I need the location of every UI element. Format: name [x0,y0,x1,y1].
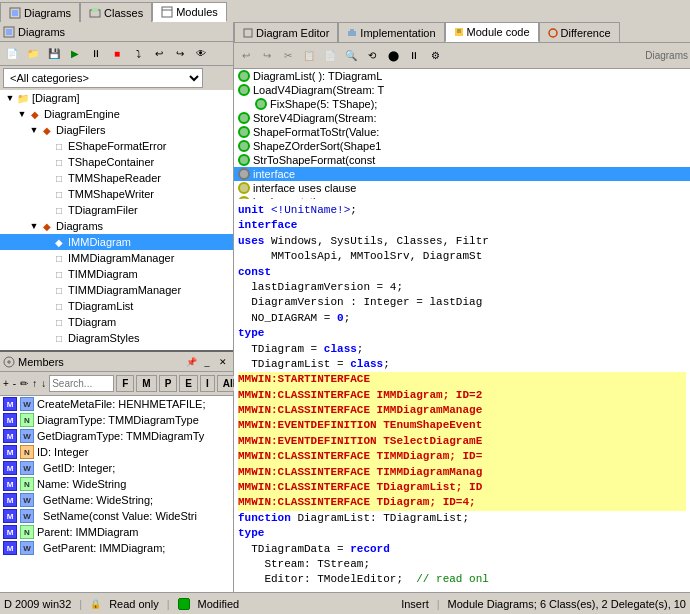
rt-paste-btn[interactable]: 📄 [320,47,340,65]
tree-item-tdiagramfiler[interactable]: □ TDiagramFiler [0,202,233,218]
tab-modulecode[interactable]: Module code [445,22,539,42]
tree-item-diagrams-folder[interactable]: ▼ ◆ Diagrams [0,218,233,234]
tab-difference-label: Difference [561,27,611,39]
outline-item-fixshape[interactable]: FixShape(5: TShape); [234,97,690,111]
move-up-btn[interactable]: ↑ [31,375,38,393]
tree-item-diagramstyles[interactable]: □ DiagramStyles [0,330,233,346]
tree-item-tshape[interactable]: □ TShapeContainer [0,154,233,170]
members-close-btn[interactable]: ✕ [216,355,230,369]
tree-item-tdiagramlist[interactable]: □ TDiagramList [0,298,233,314]
filter-p-btn[interactable]: P [159,375,178,392]
rt-copy-btn[interactable]: 📋 [299,47,319,65]
rt-bp-btn[interactable]: ⬤ [383,47,403,65]
tree-item-mmshapewriter[interactable]: □ TMMShapeWriter [0,186,233,202]
members-list[interactable]: M W CreateMetaFile: HENHMETAFILE; M N Di… [0,396,233,592]
dot-green-fs [255,98,267,110]
expander-diags[interactable]: ▼ [28,220,40,232]
save-btn[interactable]: 💾 [44,45,64,63]
open-btn[interactable]: 📁 [23,45,43,63]
rt-undo-btn[interactable]: ↩ [236,47,256,65]
tab-diagrams-label: Diagrams [24,7,71,19]
member-getname[interactable]: M W GetName: WideString; [0,492,233,508]
run-btn[interactable]: ▶ [65,45,85,63]
expander-df[interactable]: ▼ [28,124,40,136]
rt-format-btn[interactable]: ⚙ [425,47,445,65]
tab-classes[interactable]: Classes [80,2,152,22]
tree-item-immdiagram[interactable]: ◆ IMMDiagram [0,234,233,250]
category-dropdown[interactable]: <All categories> [3,68,203,88]
tree-item-timmdiagram[interactable]: □ TIMMDiagram [0,266,233,282]
tree-item-diagramengine[interactable]: ▼ ◆ DiagramEngine [0,106,233,122]
tab-modules[interactable]: Modules [152,2,227,22]
view-btn[interactable]: 👁 [191,45,211,63]
tree-item-diagfilers[interactable]: ▼ ◆ DiagFilers [0,122,233,138]
outline-panel[interactable]: DiagramList( ): TDiagramL LoadV4Diagram(… [234,69,690,199]
code-mmwin-classinterface1: MMWIN:CLASSINTERFACE IMMDiagram; ID=2 [238,388,686,403]
tab-implementation[interactable]: Implementation [338,22,444,42]
outline-item-strtoshapeformat[interactable]: StrToShapeFormat(const [234,153,690,167]
step-btn[interactable]: ⤵ [128,45,148,63]
edit-member-btn[interactable]: ✏ [19,375,29,393]
rt-redo-btn[interactable]: ↪ [257,47,277,65]
filter-e-btn[interactable]: E [179,375,198,392]
rt-pause-btn[interactable]: ⏸ [404,47,424,65]
tree-item-diagram[interactable]: ▼ 📁 [Diagram] [0,90,233,106]
rt-find-btn[interactable]: 🔍 [341,47,361,65]
outline-item-interface-uses[interactable]: interface uses clause [234,181,690,195]
tree-item-timmdiagrammanager[interactable]: □ TIMMDiagramManager [0,282,233,298]
member-createmetafile[interactable]: M W CreateMetaFile: HENHMETAFILE; [0,396,233,412]
outline-item-shapeformattostr[interactable]: ShapeFormatToStr(Value: [234,125,690,139]
code-unit-line: unit <!UnitName!>; [238,203,686,218]
expander-de[interactable]: ▼ [16,108,28,120]
rt-replace-btn[interactable]: ⟲ [362,47,382,65]
tree-item-eshape[interactable]: □ EShapeFormatError [0,138,233,154]
tree-item-mmshapereader[interactable]: □ TMMShapeReader [0,170,233,186]
outline-item-shapezordersort[interactable]: ShapeZOrderSort(Shape1 [234,139,690,153]
tab-implementation-label: Implementation [360,27,435,39]
members-min-btn[interactable]: _ [200,355,214,369]
dot-green-szos [238,140,250,152]
tree-item-immdiagrammanager[interactable]: □ IMMDiagramManager [0,250,233,266]
dot-green-dl [238,70,250,82]
member-setname[interactable]: M W SetName(const Value: WideStri [0,508,233,524]
expander-diagram[interactable]: ▼ [4,92,16,104]
move-down-btn[interactable]: ↓ [40,375,47,393]
member-getparent[interactable]: M W GetParent: IMMDiagram; [0,540,233,556]
pause-btn[interactable]: ⏸ [86,45,106,63]
del-member-btn[interactable]: - [12,375,17,393]
stop-btn[interactable]: ■ [107,45,127,63]
diagram-tree[interactable]: ▼ 📁 [Diagram] ▼ ◆ DiagramEngine ▼ ◆ Diag… [0,90,233,350]
badge-w-getparent: W [20,541,34,555]
tab-difference[interactable]: Difference [539,22,620,42]
filter-f-btn[interactable]: F [116,375,134,392]
member-getid[interactable]: M W GetID: Integer; [0,460,233,476]
code-editor[interactable]: unit <!UnitName!>; interface uses Window… [234,199,690,592]
rt-cut-btn[interactable]: ✂ [278,47,298,65]
member-getdiagramtype[interactable]: M W GetDiagramType: TMMDiagramTy [0,428,233,444]
tab-diagrams[interactable]: Diagrams [0,2,80,22]
status-edition: D 2009 win32 [4,598,71,610]
add-member-btn[interactable]: + [2,375,10,393]
out-btn[interactable]: ↪ [170,45,190,63]
outline-item-storev4[interactable]: StoreV4Diagram(Stream: [234,111,690,125]
impl-icon [347,28,357,38]
member-diagramtype[interactable]: M N DiagramType: TMMDiagramType [0,412,233,428]
code-uses-line: uses Windows, SysUtils, Classes, Filtr [238,234,686,249]
outline-item-loadv4[interactable]: LoadV4Diagram(Stream: T [234,83,690,97]
dot-green-sv4 [238,112,250,124]
outline-item-diagramlist[interactable]: DiagramList( ): TDiagramL [234,69,690,83]
code-icon [454,27,464,37]
member-search-input[interactable] [49,375,114,392]
filter-m-btn[interactable]: M [136,375,156,392]
filter-i-btn[interactable]: I [200,375,215,392]
tab-diagram-editor[interactable]: Diagram Editor [234,22,338,42]
new-diagram-btn[interactable]: 📄 [2,45,22,63]
tree-item-tdiagram[interactable]: □ TDiagram [0,314,233,330]
member-name[interactable]: M N Name: WideString [0,476,233,492]
tab-modules-label: Modules [176,6,218,18]
member-parent[interactable]: M N Parent: IMMDiagram [0,524,233,540]
member-id[interactable]: M N ID: Integer [0,444,233,460]
over-btn[interactable]: ↩ [149,45,169,63]
members-pin-btn[interactable]: 📌 [184,355,198,369]
outline-item-interface[interactable]: interface [234,167,690,181]
